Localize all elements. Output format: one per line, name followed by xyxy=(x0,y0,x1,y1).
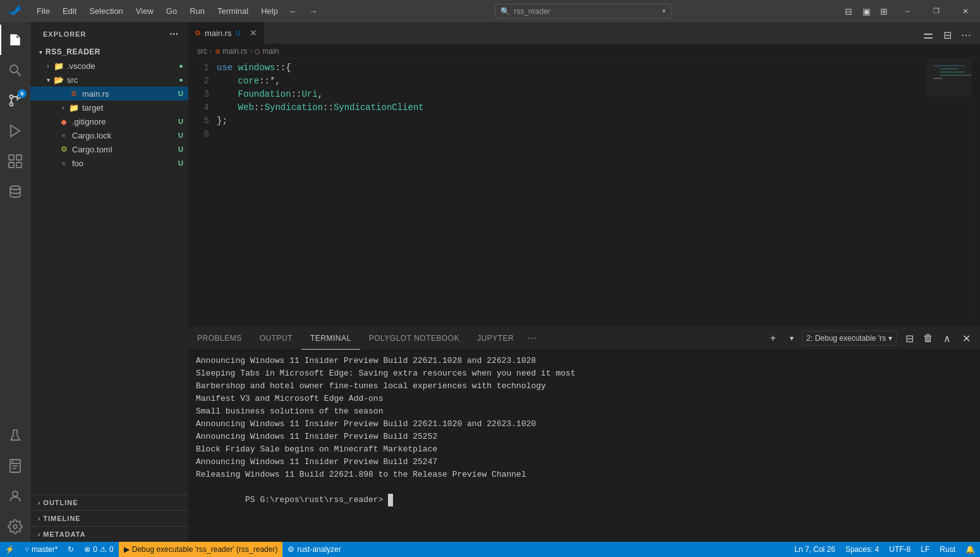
editor-scrollbar[interactable] xyxy=(971,59,980,327)
close-button[interactable]: ✕ xyxy=(951,0,980,22)
source-control-icon[interactable]: 6 xyxy=(0,85,30,116)
tree-item-target[interactable]: › 📁 target xyxy=(30,101,188,114)
code-editor[interactable]: 1 2 3 4 5 6 use windows::{ core::*, Foun… xyxy=(188,59,980,327)
breadcrumb-main-rs[interactable]: ⚙ main.rs xyxy=(215,47,247,56)
menu-go[interactable]: Go xyxy=(160,0,183,22)
menu-selection[interactable]: Selection xyxy=(83,0,129,22)
explorer-title: EXPLORER xyxy=(43,30,87,38)
close-panel-button[interactable]: ✕ xyxy=(957,329,975,347)
cargo-lock-chevron xyxy=(48,130,58,140)
metadata-header[interactable]: › METADATA xyxy=(30,527,188,542)
panel-tab-jupyter[interactable]: JUPYTER xyxy=(468,327,523,350)
remote-icon: ⚡ xyxy=(5,545,15,554)
terminal-content[interactable]: Announcing Windows 11 Insider Preview Bu… xyxy=(188,350,980,542)
warning-count: 0 xyxy=(109,545,114,554)
timeline-header[interactable]: › TIMELINE xyxy=(30,511,188,526)
panel: PROBLEMS OUTPUT TERMINAL POLYGLOT NOTEBO… xyxy=(188,327,980,542)
window-controls: ⊟ ▣ ⊞ − ❐ ✕ xyxy=(840,0,980,22)
errors-warnings[interactable]: ⊗ 0 ⚠ 0 xyxy=(79,542,118,557)
menu-file[interactable]: File xyxy=(30,0,56,22)
remote-indicator[interactable]: ⚡ xyxy=(0,542,20,557)
source-control-badge: 6 xyxy=(18,89,27,98)
extensions-icon[interactable] xyxy=(0,146,30,176)
cargo-toml-chevron xyxy=(48,144,58,154)
terminal-line-2: Sleeping Tabs in Microsoft Edge: Saving … xyxy=(196,367,972,380)
gear-file-icon: ⚙ xyxy=(58,144,70,155)
svg-point-7 xyxy=(10,103,13,106)
minimize-button[interactable]: − xyxy=(893,0,922,22)
explorer-header: EXPLORER ⋯ xyxy=(30,22,188,45)
source-control-toggle[interactable]: ⊟ xyxy=(840,3,857,20)
breadcrumb-src[interactable]: src xyxy=(197,47,207,56)
language-status[interactable]: Rust xyxy=(935,542,960,557)
panel-tab-more[interactable]: ⋯ xyxy=(523,333,541,343)
menu-run[interactable]: Run xyxy=(183,0,211,22)
tree-item-vscode[interactable]: › 📁 .vscode ● xyxy=(30,59,188,73)
notebook-icon[interactable] xyxy=(0,451,30,481)
tree-item-cargo-toml[interactable]: ⚙ Cargo.toml U xyxy=(30,142,188,156)
panel-tab-terminal[interactable]: TERMINAL xyxy=(301,327,360,350)
menu-view[interactable]: View xyxy=(130,0,160,22)
back-button[interactable]: ← xyxy=(284,3,302,20)
tab-close-button[interactable]: ✕ xyxy=(250,28,257,38)
indent-status[interactable]: Spaces: 4 xyxy=(840,542,884,557)
tree-item-src[interactable]: ▾ 📂 src ● xyxy=(30,73,188,87)
forward-button[interactable]: → xyxy=(305,3,322,20)
panel-tab-output[interactable]: OUTPUT xyxy=(251,327,301,350)
tree-item-foo[interactable]: ≡ foo U xyxy=(30,156,188,170)
tree-item-main-rs[interactable]: ⚙ main.rs U xyxy=(30,87,188,101)
layout-toggle[interactable]: ▣ xyxy=(857,3,875,20)
restore-button[interactable]: ❐ xyxy=(922,0,951,22)
toggle-panel-btn[interactable]: ⚌ xyxy=(919,26,937,44)
rust-analyzer-status[interactable]: ⚙ rust-analyzer xyxy=(282,542,346,557)
settings-icon[interactable] xyxy=(0,511,30,542)
cargo-lock-badge: U xyxy=(178,132,183,139)
new-terminal-button[interactable]: + xyxy=(764,329,782,347)
run-debug-icon[interactable] xyxy=(0,116,30,146)
data-icon[interactable] xyxy=(0,176,30,207)
menu-edit[interactable]: Edit xyxy=(56,0,83,22)
branch-status[interactable]: ⑂ master* xyxy=(20,542,63,557)
project-root[interactable]: ▾ RSS_READER xyxy=(30,45,188,59)
search-box[interactable]: 🔍 rss_reader ▾ xyxy=(495,4,672,19)
menu-terminal[interactable]: Terminal xyxy=(211,0,255,22)
sync-status[interactable]: ↻ xyxy=(63,542,79,557)
svg-line-4 xyxy=(17,72,21,76)
code-content[interactable]: use windows::{ core::*, Foundation::Uri,… xyxy=(217,59,927,327)
src-folder-name: src xyxy=(67,75,179,85)
outline-header[interactable]: › OUTLINE xyxy=(30,495,188,510)
terminal-dropdown-btn[interactable]: ▾ xyxy=(783,329,801,347)
sidebar: EXPLORER ⋯ ▾ RSS_READER › 📁 .vscode ● ▾ … xyxy=(30,22,188,542)
new-file-button[interactable]: ⋯ xyxy=(167,27,181,41)
terminal-selector[interactable]: 2: Debug executable 'rs ▾ xyxy=(802,331,897,346)
encoding-status[interactable]: UTF-8 xyxy=(884,542,916,557)
tab-main-rs[interactable]: ⚙ main.rs U ✕ xyxy=(188,22,264,44)
maximize-panel-button[interactable]: ∧ xyxy=(938,329,956,347)
menu-bar: File Edit Selection View Go Run Terminal… xyxy=(30,0,284,22)
files-icon[interactable] xyxy=(0,25,30,55)
panel-tab-polyglot[interactable]: POLYGLOT NOTEBOOK xyxy=(360,327,468,350)
account-icon[interactable] xyxy=(0,481,30,511)
split-terminal-button[interactable]: ⊟ xyxy=(900,329,918,347)
debug-status[interactable]: ▶ Debug executable 'rss_reader' (rss_rea… xyxy=(119,542,283,557)
cursor-position[interactable]: Ln 7, Col 26 xyxy=(789,542,840,557)
search-icon[interactable] xyxy=(0,55,30,85)
tree-item-gitignore[interactable]: ◆ .gitignore U xyxy=(30,114,188,128)
terminal-prompt-line: PS G:\repos\rust\rss_reader> xyxy=(196,481,972,519)
notifications-bell[interactable]: 🔔 xyxy=(960,542,980,557)
menu-help[interactable]: Help xyxy=(255,0,284,22)
breadcrumb-function[interactable]: ⬡ main xyxy=(255,47,279,56)
kill-terminal-button[interactable]: 🗑 xyxy=(919,329,937,347)
line-ending-status[interactable]: LF xyxy=(916,542,935,557)
minimap xyxy=(927,59,971,327)
split-editor-btn[interactable]: ⊟ xyxy=(938,26,956,44)
cargo-toml-badge: U xyxy=(178,145,183,153)
error-count: 0 xyxy=(93,545,97,554)
more-actions-btn[interactable]: ⋯ xyxy=(957,26,975,44)
metadata-section: › METADATA xyxy=(30,526,188,542)
tree-item-cargo-lock[interactable]: ≡ Cargo.lock U xyxy=(30,128,188,142)
flask-icon[interactable] xyxy=(0,420,30,451)
panel-tab-problems[interactable]: PROBLEMS xyxy=(188,327,251,350)
svg-point-13 xyxy=(10,186,20,190)
split-view[interactable]: ⊞ xyxy=(875,3,893,20)
